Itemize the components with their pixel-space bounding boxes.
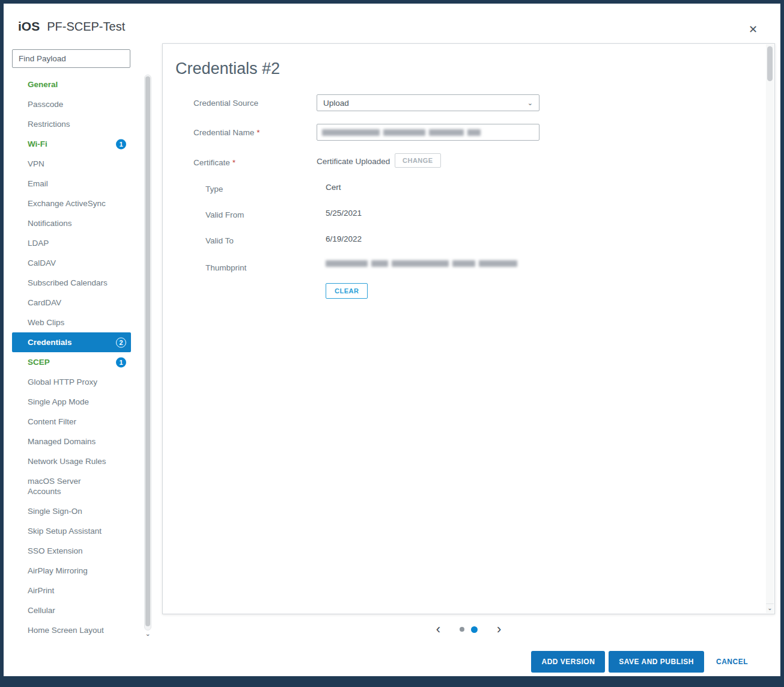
sidebar-item-global-http-proxy[interactable]: Global HTTP Proxy xyxy=(12,372,131,392)
sidebar-item-airplay-mirroring[interactable]: AirPlay Mirroring xyxy=(12,561,131,581)
panel-scrollbar[interactable]: ⌄ xyxy=(766,44,774,613)
sidebar-item-label: macOS Server Accounts xyxy=(28,477,81,496)
sidebar-item-label: Notifications xyxy=(28,219,72,228)
sidebar-item-scep[interactable]: SCEP1 xyxy=(12,352,131,372)
panel-scrollbar-thumb[interactable] xyxy=(767,46,773,81)
payload-count-badge: 2 xyxy=(116,337,126,347)
certificate-label: Certificate* xyxy=(193,158,236,167)
sidebar-item-vpn[interactable]: VPN xyxy=(12,154,131,174)
credential-source-value: Upload xyxy=(323,99,349,108)
sidebar-item-content-filter[interactable]: Content Filter xyxy=(12,412,131,432)
sidebar-item-home-screen-layout[interactable]: Home Screen Layout xyxy=(12,620,131,640)
sidebar-scrollbar[interactable] xyxy=(144,75,151,631)
sidebar-item-notifications[interactable]: Notifications xyxy=(12,213,131,233)
sidebar-item-label: LDAP xyxy=(28,239,49,248)
sidebar-item-ldap[interactable]: LDAP xyxy=(12,233,131,253)
panel-scroll-down-icon[interactable]: ⌄ xyxy=(766,603,774,613)
payload-count-badge: 1 xyxy=(116,357,126,367)
select-caret-icon: ⌄ xyxy=(527,99,533,107)
pager-next-icon[interactable]: › xyxy=(497,623,501,636)
sidebar-item-label: Cellular xyxy=(28,606,55,615)
sidebar-item-label: Web Clips xyxy=(28,318,64,327)
sidebar-item-label: Exchange ActiveSync xyxy=(28,199,106,208)
sidebar-item-cellular[interactable]: Cellular xyxy=(12,600,131,620)
sidebar-item-label: Subscribed Calendars xyxy=(28,278,108,287)
sidebar-item-restrictions[interactable]: Restrictions xyxy=(12,114,131,134)
sidebar-item-label: VPN xyxy=(28,159,44,168)
profile-name: PF-SCEP-Test xyxy=(47,20,125,33)
profile-editor-dialog: iOSPF-SCEP-Test ✕ GeneralPasscodeRestric… xyxy=(4,4,780,676)
clear-certificate-button[interactable]: CLEAR xyxy=(326,283,368,299)
sidebar-item-exchange-activesync[interactable]: Exchange ActiveSync xyxy=(12,194,131,213)
sidebar-item-label: Single Sign-On xyxy=(28,507,82,516)
sidebar-item-label: Managed Domains xyxy=(28,437,96,446)
sidebar-item-passcode[interactable]: Passcode xyxy=(12,94,131,114)
pager-dot-page-1[interactable] xyxy=(460,627,464,632)
sidebar-item-email[interactable]: Email xyxy=(12,174,131,194)
credential-source-select[interactable]: Upload ⌄ xyxy=(317,94,539,111)
certificate-status-text: Certificate Uploaded xyxy=(317,157,390,166)
sidebar-item-label: Home Screen Layout xyxy=(28,626,104,635)
sidebar-item-general[interactable]: General xyxy=(12,75,131,94)
sidebar-item-label: Content Filter xyxy=(28,417,76,426)
credentials-panel: Credentials #2 Credential Source Upload … xyxy=(162,43,775,614)
thumbprint-label: Thumbprint xyxy=(205,263,246,272)
credential-source-label: Credential Source xyxy=(193,99,258,108)
sidebar-item-single-sign-on[interactable]: Single Sign-On xyxy=(12,501,131,521)
redacted-thumbprint xyxy=(326,260,517,267)
sidebar-item-macos-server-accounts[interactable]: macOS Server Accounts xyxy=(12,471,131,501)
sidebar-item-label: Single App Mode xyxy=(28,397,89,406)
sidebar-item-label: CardDAV xyxy=(28,298,61,307)
cancel-button[interactable]: CANCEL xyxy=(708,651,753,673)
sidebar-item-skip-setup-assistant[interactable]: Skip Setup Assistant xyxy=(12,521,131,541)
payload-list: GeneralPasscodeRestrictionsWi-Fi1VPNEmai… xyxy=(12,75,131,640)
find-payload-input[interactable] xyxy=(12,49,130,68)
dialog-footer: ADD VERSION SAVE AND PUBLISH CANCEL xyxy=(4,647,780,676)
sidebar-item-label: Wi-Fi xyxy=(28,139,47,148)
sidebar-item-label: General xyxy=(28,80,58,89)
add-version-button[interactable]: ADD VERSION xyxy=(531,651,605,673)
sidebar-item-sso-extension[interactable]: SSO Extension xyxy=(12,541,131,561)
valid-from-label: Valid From xyxy=(205,210,244,219)
pager-prev-icon[interactable]: ‹ xyxy=(436,623,440,636)
sidebar-item-label: SCEP xyxy=(28,358,50,367)
redacted-credential-name xyxy=(322,129,481,136)
payload-pager: ‹ › xyxy=(162,623,775,636)
type-value: Cert xyxy=(326,183,341,192)
sidebar-item-label: Credentials xyxy=(28,338,72,347)
sidebar-item-label: Network Usage Rules xyxy=(28,457,106,466)
save-and-publish-button[interactable]: SAVE AND PUBLISH xyxy=(609,651,704,673)
sidebar-scroll-down-icon[interactable]: ⌄ xyxy=(144,631,151,637)
sidebar-item-label: SSO Extension xyxy=(28,546,83,555)
change-certificate-button[interactable]: CHANGE xyxy=(395,153,441,168)
credential-name-input[interactable] xyxy=(317,124,539,141)
sidebar-item-managed-domains[interactable]: Managed Domains xyxy=(12,432,131,451)
sidebar-item-airprint[interactable]: AirPrint xyxy=(12,581,131,600)
close-icon[interactable]: ✕ xyxy=(749,24,758,35)
sidebar-item-label: CalDAV xyxy=(28,258,56,267)
pager-dot-page-2-active[interactable] xyxy=(471,626,478,633)
sidebar-item-label: AirPlay Mirroring xyxy=(28,566,88,575)
panel-title: Credentials #2 xyxy=(175,60,280,78)
sidebar-item-subscribed-calendars[interactable]: Subscribed Calendars xyxy=(12,273,131,293)
sidebar-item-wi-fi[interactable]: Wi-Fi1 xyxy=(12,134,131,154)
payload-count-badge: 1 xyxy=(116,139,126,149)
sidebar-scrollbar-thumb[interactable] xyxy=(145,76,150,626)
sidebar-item-web-clips[interactable]: Web Clips xyxy=(12,313,131,332)
sidebar-item-single-app-mode[interactable]: Single App Mode xyxy=(12,392,131,412)
required-asterisk: * xyxy=(232,158,236,167)
sidebar-item-label: Email xyxy=(28,179,48,188)
platform-label: iOS xyxy=(18,19,40,33)
sidebar-item-label: Skip Setup Assistant xyxy=(28,527,102,536)
sidebar-item-label: AirPrint xyxy=(28,586,54,595)
valid-to-value: 6/19/2022 xyxy=(326,234,362,243)
type-label: Type xyxy=(205,185,223,194)
sidebar-item-network-usage-rules[interactable]: Network Usage Rules xyxy=(12,451,131,471)
sidebar-item-label: Restrictions xyxy=(28,120,70,129)
sidebar-item-caldav[interactable]: CalDAV xyxy=(12,253,131,273)
dialog-header: iOSPF-SCEP-Test xyxy=(18,19,125,34)
sidebar-item-credentials[interactable]: Credentials2 xyxy=(12,332,131,352)
sidebar-item-label: Passcode xyxy=(28,100,63,109)
valid-from-value: 5/25/2021 xyxy=(326,209,362,218)
sidebar-item-carddav[interactable]: CardDAV xyxy=(12,293,131,313)
